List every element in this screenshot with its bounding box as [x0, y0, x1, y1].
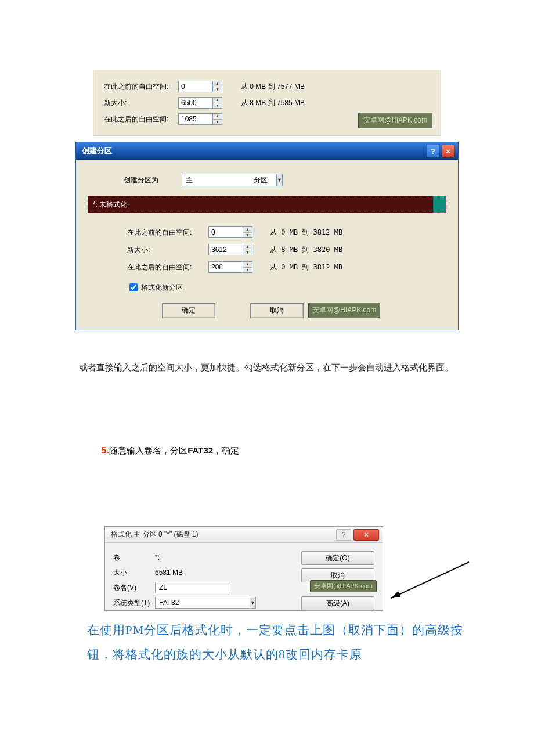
new-size-spinner[interactable]: ▲▼	[178, 97, 223, 109]
partition-suffix-label: 分区	[254, 175, 268, 185]
svg-marker-1	[391, 591, 400, 598]
watermark: 安卓网@HIAPK.com	[308, 303, 380, 318]
format-ok-button[interactable]: 确定(O)	[301, 551, 374, 565]
ok-button[interactable]: 确定	[162, 303, 215, 318]
watermark: 安卓网@HiAPK.com	[358, 113, 432, 128]
new-size-range: 从 8 MB 到 7585 MB	[241, 98, 305, 108]
instruction-paragraph: 或者直接输入之后的空间大小，更加快捷。勾选格式化新分区，在下一步会自动进入格式化…	[79, 359, 482, 375]
blue-note: 在使用PM分区后格式化时，一定要点击上图（取消下面）的高级按钮，将格式化的族的大…	[87, 618, 474, 667]
step-text-1: 随意输入卷名，分区	[109, 445, 187, 455]
dlg-free-after-spinner[interactable]: ▲▼	[208, 261, 254, 273]
free-before-input[interactable]	[178, 81, 213, 92]
format-new-label: 格式化新分区	[141, 283, 183, 293]
spinner-up-icon[interactable]: ▲	[213, 114, 222, 120]
spinner-down-icon[interactable]: ▼	[243, 268, 252, 273]
spinner-up-icon[interactable]: ▲	[243, 244, 252, 250]
step-bold: FAT32	[187, 445, 213, 455]
dlg-free-after-range: 从 0 MB 到 3812 MB	[270, 262, 342, 272]
free-after-label: 在此之后的自由空间:	[104, 114, 178, 124]
close-button[interactable]: ×	[353, 529, 379, 541]
dialog-title: 创建分区	[82, 146, 112, 156]
free-before-range: 从 0 MB 到 7577 MB	[241, 82, 305, 92]
fstype-combo[interactable]: ▼	[155, 597, 235, 609]
spinner-buttons[interactable]: ▲▼	[213, 113, 222, 125]
watermark: 安卓网@HIAPK.com	[310, 580, 377, 592]
dlg-free-after-label: 在此之后的自由空间:	[127, 262, 208, 272]
create-partition-dialog: 创建分区 ? × 创建分区为 ▼ 分区 *: 未格式化 在此之前的自由空间:	[75, 142, 459, 330]
dlg-new-size-input[interactable]	[208, 244, 243, 255]
help-button[interactable]: ?	[336, 529, 351, 541]
fstype-input[interactable]	[155, 597, 250, 609]
free-after-spinner[interactable]: ▲▼	[178, 113, 223, 125]
spinner-down-icon[interactable]: ▼	[213, 87, 222, 92]
resize-handle-icon[interactable]	[433, 196, 446, 213]
partition-bar-label: *: 未格式化	[88, 196, 433, 213]
spinner-up-icon[interactable]: ▲	[243, 262, 252, 268]
size-label: 大小	[113, 568, 155, 578]
spinner-up-icon[interactable]: ▲	[243, 227, 252, 233]
dlg-free-before-range: 从 0 MB 到 3812 MB	[270, 228, 342, 237]
spinner-buttons[interactable]: ▲▼	[243, 226, 252, 238]
spinner-down-icon[interactable]: ▼	[243, 250, 252, 255]
dlg-free-before-input[interactable]	[208, 226, 243, 238]
spinner-up-icon[interactable]: ▲	[213, 81, 222, 87]
partition-bar[interactable]: *: 未格式化	[88, 196, 446, 213]
step-text-2: ，确定	[213, 445, 239, 455]
size-value: 6581 MB	[155, 568, 183, 577]
spinner-up-icon[interactable]: ▲	[213, 98, 222, 103]
help-button[interactable]: ?	[427, 145, 439, 157]
dlg-free-before-spinner[interactable]: ▲▼	[208, 226, 254, 238]
annotation-arrow-icon	[388, 561, 475, 613]
fstype-label: 系统类型(T)	[113, 598, 155, 608]
free-before-spinner[interactable]: ▲▼	[178, 81, 223, 92]
new-size-input[interactable]	[178, 97, 213, 109]
svg-line-0	[391, 562, 469, 598]
cancel-button[interactable]: 取消	[250, 303, 304, 318]
partition-type-combo[interactable]: ▼	[182, 174, 246, 186]
size-settings-panel: 在此之前的自由空间: ▲▼ 从 0 MB 到 7577 MB 新大小: ▲▼ 从…	[93, 70, 441, 136]
volume-label: 卷	[113, 553, 155, 563]
close-button[interactable]: ×	[442, 145, 454, 157]
step-number: 5.	[101, 445, 109, 456]
chevron-down-icon[interactable]: ▼	[250, 597, 256, 609]
spinner-buttons[interactable]: ▲▼	[213, 81, 222, 92]
dlg-new-size-spinner[interactable]: ▲▼	[208, 244, 254, 255]
volname-input[interactable]	[155, 582, 230, 593]
titlebar[interactable]: 创建分区 ? ×	[76, 142, 458, 160]
new-size-label: 新大小:	[104, 98, 178, 108]
spinner-buttons[interactable]: ▲▼	[213, 97, 222, 109]
format-new-checkbox[interactable]	[129, 283, 138, 291]
dlg-free-before-label: 在此之前的自由空间:	[127, 228, 208, 237]
spinner-buttons[interactable]: ▲▼	[243, 261, 252, 273]
format-advanced-button[interactable]: 高级(A)	[301, 596, 374, 610]
volume-value: *:	[155, 553, 160, 561]
chevron-down-icon[interactable]: ▼	[277, 174, 283, 186]
volname-label: 卷名(V)	[113, 583, 155, 593]
spinner-down-icon[interactable]: ▼	[213, 120, 222, 125]
spinner-down-icon[interactable]: ▼	[243, 233, 252, 238]
format-title: 格式化 主 分区 0 "*" (磁盘 1)	[111, 530, 199, 539]
create-as-label: 创建分区为	[124, 175, 182, 185]
spinner-down-icon[interactable]: ▼	[213, 103, 222, 109]
dlg-new-size-label: 新大小:	[127, 245, 208, 255]
format-titlebar[interactable]: 格式化 主 分区 0 "*" (磁盘 1) ? ×	[105, 527, 383, 543]
spinner-buttons[interactable]: ▲▼	[243, 244, 252, 255]
format-dialog: 格式化 主 分区 0 "*" (磁盘 1) ? × 卷 *: 大小 6581 M…	[104, 526, 383, 611]
step-5: 5.随意输入卷名，分区FAT32，确定	[101, 445, 511, 456]
dlg-new-size-range: 从 8 MB 到 3820 MB	[270, 245, 342, 255]
free-before-label: 在此之前的自由空间:	[104, 82, 178, 92]
dlg-free-after-input[interactable]	[208, 261, 243, 273]
free-after-input[interactable]	[178, 113, 213, 125]
